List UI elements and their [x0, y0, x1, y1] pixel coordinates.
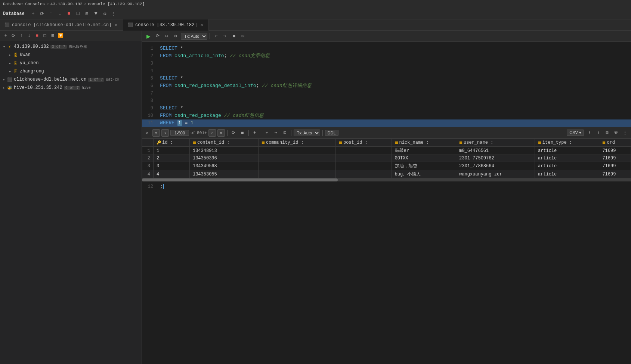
tx-select[interactable]: Tx: Auto: [181, 33, 207, 40]
tree-db-kwan[interactable]: ▸ 🗄 kwan: [0, 51, 142, 59]
stop-icon2[interactable]: ◼: [230, 32, 238, 40]
cell-user-name: 2301_77868664: [456, 162, 535, 170]
col-ord[interactable]: ☰ord: [599, 139, 631, 147]
results-upload-icon[interactable]: ⬆: [594, 129, 602, 137]
cell-nick-name: 敲敲er: [392, 147, 456, 155]
results-undo-icon[interactable]: ↩: [263, 129, 271, 137]
page-prev-button[interactable]: ‹: [161, 129, 169, 137]
results-stop-icon[interactable]: ◼: [239, 129, 246, 137]
page-last-button[interactable]: »: [217, 129, 225, 137]
results-redo-icon[interactable]: ↪: [272, 129, 280, 137]
results-toolbar: « ‹ of 501+ › » ⟳ ◼ + ↩ ↪ ⊡: [142, 127, 631, 139]
page-input[interactable]: [170, 130, 189, 136]
sidebar-add-icon[interactable]: +: [2, 32, 9, 39]
tree-server-43139[interactable]: ▾ ⚡ 43.139.90.182 3 of 7 腾讯服务器: [0, 43, 142, 51]
line-num-3: 3: [142, 60, 157, 67]
col-user-name[interactable]: ☰user_name :: [456, 139, 535, 147]
tab-43139[interactable]: ⬛ console [43.139.90.182] ✕: [123, 19, 209, 31]
results-close-button[interactable]: ✕: [144, 130, 150, 136]
tree-db-zhangrong[interactable]: ▸ 🗄 zhangrong: [0, 67, 142, 75]
server2-arrow: ▸: [1, 77, 7, 82]
up-icon[interactable]: ↑: [47, 10, 55, 18]
history-icon[interactable]: ⟳: [154, 32, 161, 40]
breadcrumb-console: console [43.139.90.182]: [88, 2, 145, 6]
refresh-icon[interactable]: ⟳: [38, 10, 46, 18]
stop-icon[interactable]: ■: [65, 10, 73, 18]
sidebar-up-icon[interactable]: ↑: [18, 32, 25, 39]
code-editor[interactable]: 1 SELECT * 2 FROM csdn_article_info; // …: [142, 42, 631, 364]
run-button[interactable]: ▶: [144, 32, 152, 40]
cell-rownum: 1: [142, 147, 154, 155]
results-download-icon[interactable]: ⬇: [585, 129, 593, 137]
sidebar-stop-icon[interactable]: ■: [34, 32, 40, 39]
add-icon[interactable]: +: [30, 10, 37, 18]
copy-icon[interactable]: ⊡: [239, 32, 247, 40]
results-eye-icon[interactable]: 👁: [612, 129, 620, 137]
cell-ord: 71699: [599, 170, 631, 178]
sidebar-down-icon[interactable]: ↓: [26, 32, 33, 39]
line-content-7: [157, 90, 631, 97]
tab-clickhouse[interactable]: ⬛ console [clickhouse-ddl.belle.net.cn] …: [0, 19, 123, 31]
results-tx-select[interactable]: Tx: Auto: [294, 130, 320, 136]
sidebar: + ⟳ ↑ ↓ ■ □ ⊞ 🔽 ▾ ⚡ 43.139.90.182 3 of 7…: [0, 31, 142, 364]
sidebar-refresh-icon[interactable]: ⟳: [10, 32, 17, 39]
undo-icon[interactable]: ↩: [212, 32, 220, 40]
yuchen-arrow: ▸: [7, 60, 13, 66]
csv-button[interactable]: CSV ▾: [567, 130, 584, 136]
yuchen-label: yu_chen: [20, 60, 38, 66]
tree-server-hive[interactable]: ▸ 🐝 hive-10.251.35.242 6 of 7 hive: [0, 84, 142, 92]
more-icon[interactable]: ⋮: [110, 10, 118, 18]
line-content-12: ;: [157, 183, 631, 190]
col-item-type[interactable]: ☰item_type :: [535, 139, 599, 147]
results-more-icon[interactable]: ⋮: [621, 129, 629, 137]
page-of: of: [191, 131, 195, 135]
col-nick-name[interactable]: ☰nick_name :: [392, 139, 456, 147]
filter-icon[interactable]: ▼: [92, 10, 100, 18]
sidebar-filter-icon[interactable]: 🔽: [57, 32, 64, 39]
line-num-7: 7: [142, 90, 157, 97]
server3-label: hive-10.251.35.242: [14, 85, 62, 90]
ddl-button[interactable]: DDL: [325, 130, 338, 136]
cell-user-name: m0_64476561: [456, 147, 535, 155]
tab-43139-close[interactable]: ✕: [199, 22, 204, 28]
col-community-id[interactable]: ☰community_id :: [258, 139, 335, 147]
down-icon[interactable]: ↓: [56, 10, 64, 18]
results-table: 🔑id : ☰content_id : ☰community_id : ☰pos…: [142, 139, 631, 178]
cell-content-id: 134348913: [189, 147, 258, 155]
sidebar-collapse-icon[interactable]: □: [41, 32, 48, 39]
line-content-10: FROM csdn_red_package // csdn红包信息: [157, 112, 631, 119]
tree-server-ck[interactable]: ▸ ⬛ clickhouse-ddl.belle.net.cn 1 of 7 u…: [0, 75, 142, 84]
page-next-button[interactable]: ›: [208, 129, 216, 137]
cell-id: 3: [154, 162, 190, 170]
breadcrumb-sep1: >: [46, 2, 49, 6]
stop-query-icon[interactable]: ⊟: [163, 32, 170, 40]
code-line-12: 12 ;: [142, 183, 631, 190]
results-refresh-icon[interactable]: ⟳: [230, 129, 237, 137]
col-content-id[interactable]: ☰content_id :: [189, 139, 258, 147]
settings-icon[interactable]: ⚙: [101, 10, 109, 18]
results-copy-icon[interactable]: ⊡: [281, 129, 289, 137]
col-post-id[interactable]: ☰post_id :: [335, 139, 392, 147]
zhangrong-label: zhangrong: [20, 69, 44, 74]
col-id[interactable]: 🔑id :: [154, 139, 190, 147]
code-line-1: 1 SELECT *: [142, 45, 631, 52]
cell-id: 2: [154, 155, 190, 162]
sidebar-grid-icon[interactable]: ⊞: [49, 32, 56, 39]
toolbar-title: Database: [3, 11, 25, 16]
tree-db-yuchen[interactable]: ▸ 🗄 yu_chen: [0, 59, 142, 67]
settings-query-icon[interactable]: ⚙: [172, 32, 179, 40]
collapse-icon[interactable]: □: [74, 10, 82, 18]
results-add-icon[interactable]: +: [251, 129, 259, 137]
redo-icon[interactable]: ↪: [221, 32, 229, 40]
code-line-6: 6 FROM csdn_red_package_detail_info; // …: [142, 82, 631, 90]
results-scrollbar[interactable]: [142, 178, 631, 181]
tab-bar: ⬛ console [clickhouse-ddl.belle.net.cn] …: [0, 19, 631, 31]
grid-icon[interactable]: ⊞: [83, 10, 91, 18]
cell-nick-name: bug、小狼人: [392, 170, 456, 178]
tab-clickhouse-close[interactable]: ✕: [114, 22, 118, 28]
results-table-icon[interactable]: ⊞: [603, 129, 611, 137]
line-num-2: 2: [142, 52, 157, 60]
page-first-button[interactable]: «: [152, 129, 160, 137]
cell-item-type: article: [535, 155, 599, 162]
code-line-5: 5 SELECT *: [142, 75, 631, 82]
